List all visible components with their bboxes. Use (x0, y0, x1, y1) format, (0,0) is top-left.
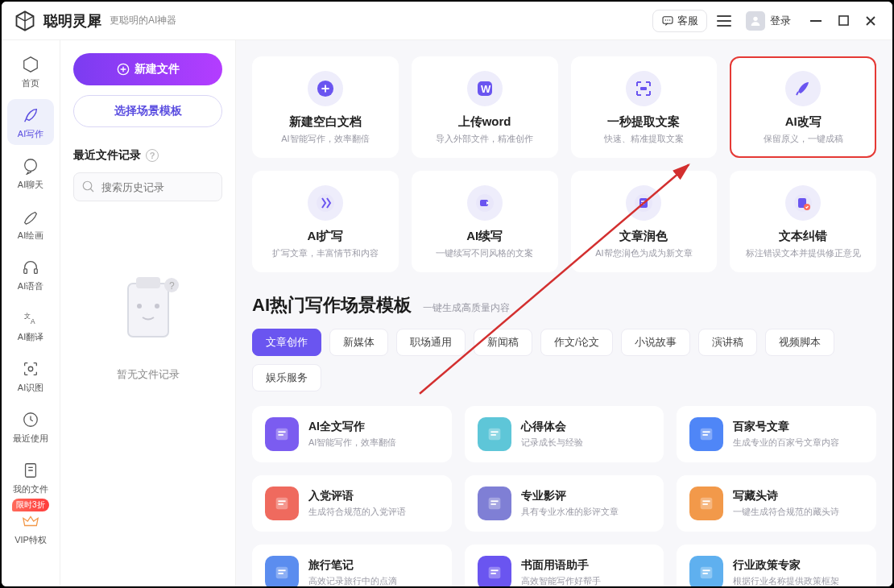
template-title: 心得体会 (521, 420, 583, 434)
template-card-8[interactable]: 行业政策专家 根据行业名称提供政策框架 (677, 545, 876, 586)
template-title: 专业影评 (521, 489, 619, 503)
card-upload-word[interactable]: W 上传word 导入外部文件，精准创作 (412, 56, 558, 158)
svg-rect-37 (278, 434, 283, 436)
app-window: 聪明灵犀 更聪明的AI神器 客服 登录 (2, 2, 892, 586)
sidebar-item-ai-voice[interactable]: AI语音 (7, 251, 54, 297)
svg-rect-8 (24, 269, 27, 274)
template-desc: 生成符合规范的入党评语 (308, 506, 406, 518)
left-panel: 新建文件 选择场景模板 最近文件记录 ? ? 暂无文件记录 (60, 40, 236, 586)
tab-news[interactable]: 新闻稿 (474, 329, 532, 356)
card-ai-rewrite[interactable]: AI改写 保留原义，一键成稿 (730, 56, 876, 158)
tab-essay[interactable]: 作文/论文 (540, 329, 613, 356)
sidebar-item-home[interactable]: 首页 (7, 48, 54, 94)
sidebar-item-ai-vision[interactable]: AI识图 (7, 353, 54, 399)
svg-rect-58 (490, 573, 495, 574)
new-file-button[interactable]: 新建文件 (73, 53, 222, 85)
svg-rect-36 (278, 431, 285, 433)
svg-text:?: ? (169, 280, 175, 292)
sidebar-item-ai-paint[interactable]: AI绘画 (7, 201, 54, 246)
sidebar-item-recent[interactable]: 最近使用 (7, 404, 54, 449)
maximize-button[interactable] (833, 10, 854, 31)
template-icon (478, 556, 511, 586)
menu-button[interactable] (717, 11, 736, 31)
card-polish[interactable]: 文章润色 AI帮您润色为成为新文章 (571, 171, 718, 272)
clipboard-empty-icon: ? (104, 266, 192, 354)
svg-point-20 (155, 304, 159, 308)
svg-point-16 (83, 181, 92, 190)
crown-icon (21, 511, 40, 531)
discount-badge: 限时3折 (12, 499, 49, 511)
tab-article[interactable]: 文章创作 (252, 329, 321, 356)
correct-icon (785, 185, 821, 221)
tab-entertainment[interactable]: 娱乐服务 (252, 364, 321, 391)
tab-workplace[interactable]: 职场通用 (396, 329, 466, 356)
template-desc: 高效智能写作好帮手 (521, 575, 601, 586)
svg-point-3 (669, 19, 670, 20)
chat-bubble-icon (21, 156, 40, 176)
template-desc: 记录成长与经验 (521, 437, 583, 449)
template-card-6[interactable]: 旅行笔记 高效记录旅行中的点滴 (252, 545, 452, 586)
svg-rect-54 (278, 569, 285, 571)
sidebar-item-vip[interactable]: 限时3折 VIP特权 (7, 505, 54, 551)
template-desc: 生成专业的百家号文章内容 (733, 437, 839, 449)
svg-rect-57 (490, 569, 498, 571)
template-card-7[interactable]: 书面用语助手 高效智能写作好帮手 (465, 545, 664, 586)
help-icon[interactable]: ? (146, 149, 159, 162)
card-ai-expand[interactable]: AI扩写 扩写文章，丰富情节和内容 (252, 171, 399, 272)
minimize-button[interactable] (805, 10, 826, 31)
tab-new-media[interactable]: 新媒体 (329, 329, 388, 356)
chat-icon (661, 14, 674, 27)
card-extract-copy[interactable]: 一秒提取文案 快速、精准提取文案 (571, 56, 718, 158)
customer-service-button[interactable]: 客服 (652, 10, 707, 32)
svg-rect-42 (703, 431, 710, 433)
tab-novel[interactable]: 小说故事 (621, 329, 690, 356)
close-button[interactable] (860, 10, 881, 31)
template-card-5[interactable]: 写藏头诗 一键生成符合规范的藏头诗 (677, 475, 876, 532)
template-card-4[interactable]: 专业影评 具有专业水准的影评文章 (465, 475, 664, 532)
choose-template-button[interactable]: 选择场景模板 (73, 95, 222, 127)
sidebar-item-ai-writing[interactable]: AI写作 (7, 99, 54, 145)
template-title: AI全文写作 (308, 420, 396, 434)
svg-rect-55 (278, 573, 283, 574)
template-icon (689, 417, 723, 451)
template-card-3[interactable]: 入党评语 生成符合规范的入党评语 (252, 475, 452, 532)
card-text-correct[interactable]: 文本纠错 标注错误文本并提供修正意见 (730, 171, 876, 272)
svg-rect-17 (128, 284, 168, 337)
empty-state: ? 暂无文件记录 (73, 266, 222, 382)
template-tabs: 文章创作 新媒体 职场通用 新闻稿 作文/论文 小说故事 演讲稿 视频脚本 娱乐… (252, 329, 876, 391)
svg-point-2 (667, 19, 668, 20)
svg-rect-51 (703, 500, 710, 502)
template-desc: 高效记录旅行中的点滴 (308, 575, 397, 586)
svg-rect-43 (703, 434, 708, 436)
svg-rect-46 (278, 503, 283, 505)
template-icon (689, 556, 723, 586)
sidebar-item-ai-chat[interactable]: AI聊天 (7, 150, 54, 196)
sidebar-item-my-files[interactable]: 我的文件 (7, 454, 54, 500)
tab-speech[interactable]: 演讲稿 (698, 329, 757, 356)
continue-icon (467, 185, 503, 221)
login-button[interactable]: 登录 (746, 11, 791, 31)
template-card-0[interactable]: AI全文写作 AI智能写作，效率翻倍 (252, 406, 452, 462)
svg-point-19 (137, 304, 142, 308)
home-icon (21, 55, 40, 74)
template-card-1[interactable]: 心得体会 记录成长与经验 (465, 406, 664, 462)
template-desc: 具有专业水准的影评文章 (521, 506, 619, 518)
empty-label: 暂无文件记录 (73, 367, 222, 382)
svg-rect-5 (810, 20, 822, 22)
template-card-2[interactable]: 百家号文章 生成专业的百家号文章内容 (677, 406, 876, 462)
plus-icon (308, 71, 343, 106)
svg-rect-18 (136, 277, 160, 288)
quill-icon (785, 71, 821, 106)
main-content: 新建空白文档 AI智能写作，效率翻倍 W 上传word 导入外部文件，精准创作 … (236, 40, 892, 586)
svg-rect-26 (640, 87, 647, 90)
tab-video-script[interactable]: 视频脚本 (765, 329, 834, 356)
titlebar: 聪明灵犀 更聪明的AI神器 客服 登录 (2, 2, 892, 40)
card-new-blank-doc[interactable]: 新建空白文档 AI智能写作，效率翻倍 (252, 56, 399, 158)
card-ai-continue[interactable]: AI续写 一键续写不同风格的文案 (412, 171, 558, 272)
svg-text:文: 文 (24, 313, 31, 320)
sidebar-item-ai-translate[interactable]: 文A AI翻译 (7, 302, 54, 348)
template-icon (265, 487, 299, 520)
template-icon (265, 417, 299, 451)
section-title: AI热门写作场景模板 (252, 293, 412, 317)
expand-icon (308, 185, 343, 221)
